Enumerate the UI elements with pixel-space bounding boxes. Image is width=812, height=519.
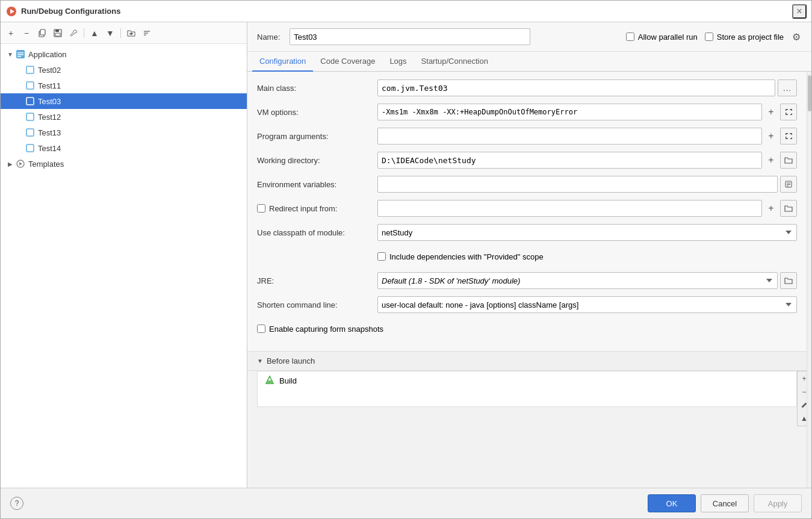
tree-item-test13[interactable]: Test13 — [1, 125, 247, 140]
svg-rect-14 — [17, 54, 23, 55]
move-down-button[interactable]: ▼ — [104, 26, 117, 40]
move-up-button[interactable]: ▲ — [88, 26, 101, 40]
launch-edit-button[interactable] — [798, 399, 807, 411]
store-as-project-file-checkbox[interactable] — [705, 33, 713, 41]
svg-rect-17 — [26, 82, 34, 89]
name-label: Name: — [257, 33, 280, 42]
right-scrollbar[interactable] — [807, 72, 811, 488]
tabs-row: Configuration Code Coverage Logs Startup… — [247, 52, 811, 72]
build-item[interactable]: Build — [258, 371, 796, 390]
cancel-button[interactable]: Cancel — [701, 494, 749, 512]
config-icon-test12 — [25, 111, 36, 122]
redirect-input-checkbox[interactable] — [257, 204, 265, 213]
main-class-browse-button[interactable]: ... — [778, 79, 797, 96]
allow-parallel-run-row[interactable]: Allow parallel run — [626, 33, 698, 42]
sort-button[interactable] — [140, 26, 153, 40]
tree-item-test12[interactable]: Test12 — [1, 109, 247, 125]
vm-options-expand-button[interactable] — [780, 104, 797, 120]
remove-config-button[interactable]: − — [20, 26, 33, 40]
expand-arrow-templates: ▶ — [5, 161, 15, 167]
env-vars-input[interactable] — [377, 176, 778, 193]
main-class-input[interactable] — [377, 79, 775, 96]
program-args-add-button[interactable]: + — [764, 129, 778, 143]
program-args-expand-button[interactable] — [780, 128, 797, 145]
tab-configuration[interactable]: Configuration — [252, 52, 313, 72]
config-icon-test03 — [25, 96, 36, 107]
test13-label: Test13 — [38, 128, 247, 137]
working-dir-label: Working directory: — [257, 156, 377, 165]
working-dir-input[interactable] — [377, 152, 762, 169]
store-as-project-file-label: Store as project file — [717, 33, 784, 42]
vm-options-input[interactable] — [377, 104, 762, 120]
vm-options-add-button[interactable]: + — [764, 105, 778, 119]
tab-logs[interactable]: Logs — [382, 52, 414, 72]
launch-remove-button[interactable]: − — [798, 386, 807, 398]
launch-add-button[interactable]: + — [798, 373, 807, 385]
include-deps-checkbox[interactable] — [377, 252, 386, 261]
name-input[interactable] — [290, 28, 530, 45]
config-scroll-area: Main class: ... VM options: + — [247, 72, 811, 488]
store-as-project-file-row[interactable]: Store as project file — [705, 33, 784, 42]
save-config-button[interactable] — [51, 26, 64, 40]
sidebar-toolbar: + − — [1, 22, 247, 44]
close-button[interactable]: × — [792, 4, 807, 19]
svg-rect-21 — [26, 145, 34, 152]
allow-parallel-run-checkbox[interactable] — [626, 33, 634, 41]
launch-side-toolbar: + − ▲ — [797, 371, 807, 426]
toolbar-separator — [84, 28, 84, 38]
svg-rect-16 — [26, 66, 34, 73]
jre-browse-button[interactable] — [780, 272, 797, 289]
shorten-cmd-select[interactable]: user-local default: none - java [options… — [377, 296, 797, 313]
redirect-input-browse-button[interactable] — [780, 200, 797, 217]
apply-button[interactable]: Apply — [754, 494, 802, 512]
tree-item-test11[interactable]: Test11 — [1, 78, 247, 93]
redirect-input-label: Redirect input from: — [269, 204, 337, 213]
gear-button[interactable]: ⚙ — [791, 31, 802, 43]
before-launch-arrow[interactable]: ▼ — [257, 358, 263, 364]
tab-startup-connection[interactable]: Startup/Connection — [414, 52, 495, 72]
group-folder-button[interactable] — [125, 26, 138, 40]
sidebar: + − — [1, 22, 247, 488]
classpath-module-select[interactable]: netStudy — [377, 224, 797, 241]
config-icon-test14 — [25, 143, 36, 154]
help-button[interactable]: ? — [10, 497, 23, 510]
working-dir-add-button[interactable]: + — [764, 154, 778, 167]
wrench-button[interactable] — [67, 26, 80, 40]
tree-item-test14[interactable]: Test14 — [1, 140, 247, 156]
build-label: Build — [279, 376, 297, 385]
tree-item-templates[interactable]: ▶ Templates — [1, 156, 247, 172]
jre-select[interactable]: Default (1.8 - SDK of 'netStudy' module) — [377, 272, 778, 289]
env-vars-label: Environment variables: — [257, 180, 377, 189]
main-body: + − — [1, 22, 811, 488]
env-vars-edit-button[interactable] — [780, 176, 797, 193]
launch-up-button[interactable]: ▲ — [798, 412, 807, 424]
jre-label: JRE: — [257, 276, 377, 285]
tree-item-application[interactable]: ▼ Application — [1, 46, 247, 62]
dialog-title: Run/Debug Configurations — [21, 7, 792, 16]
test12-label: Test12 — [38, 113, 247, 122]
vm-options-label: VM options: — [257, 108, 377, 117]
add-config-button[interactable]: + — [4, 26, 17, 40]
tree-item-test02[interactable]: Test02 — [1, 62, 247, 78]
toolbar-separator-2 — [120, 28, 121, 38]
application-icon — [15, 49, 26, 60]
tab-code-coverage[interactable]: Code Coverage — [313, 52, 382, 72]
working-dir-browse-button[interactable] — [780, 152, 797, 169]
enable-snapshots-checkbox[interactable] — [257, 325, 265, 333]
redirect-input-input[interactable] — [377, 200, 762, 217]
config-header: Name: Allow parallel run Store as projec… — [247, 22, 811, 52]
config-tree[interactable]: ▼ Application — [1, 44, 247, 488]
shorten-cmd-label: Shorten command line: — [257, 300, 377, 309]
test03-label: Test03 — [38, 97, 247, 106]
program-args-input[interactable] — [377, 128, 762, 145]
redirect-input-add-button[interactable]: + — [764, 202, 778, 215]
include-deps-row: Include dependencies with "Provided" sco… — [257, 247, 797, 266]
program-args-label: Program arguments: — [257, 132, 377, 141]
tree-item-test03[interactable]: Test03 — [1, 93, 247, 109]
copy-config-button[interactable] — [36, 26, 49, 40]
ok-button[interactable]: OK — [648, 494, 696, 512]
before-launch-area: Build — [257, 371, 797, 407]
jre-field: Default (1.8 - SDK of 'netStudy' module) — [377, 272, 797, 289]
shorten-cmd-row: Shorten command line: user-local default… — [257, 296, 797, 314]
working-dir-field: + — [377, 152, 797, 169]
